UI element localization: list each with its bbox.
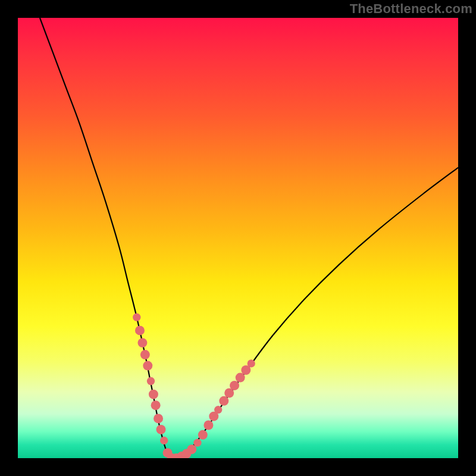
plot-area: [18, 18, 458, 458]
curve-marker: [203, 421, 213, 430]
curve-marker: [151, 400, 161, 410]
curve-marker: [214, 406, 222, 414]
curve-marker: [219, 396, 228, 406]
curve-marker: [143, 361, 152, 371]
curve-marker: [248, 359, 255, 367]
curve-marker: [149, 390, 158, 399]
curve-marker: [147, 377, 155, 385]
curve-marker: [156, 425, 166, 434]
curve-marker: [137, 338, 147, 347]
curve-marker: [133, 314, 140, 321]
curve-layer: [18, 18, 458, 458]
curve-marker: [140, 350, 150, 359]
bottleneck-curve: [40, 18, 458, 458]
curve-marker: [198, 430, 208, 440]
curve-marker: [160, 437, 168, 444]
curve-marker: [230, 381, 239, 390]
curve-marker: [187, 444, 196, 454]
watermark-text: TheBottleneck.com: [350, 1, 472, 17]
chart-frame: TheBottleneck.com: [0, 0, 476, 476]
curve-marker: [236, 373, 245, 383]
curve-marker: [154, 414, 163, 423]
curve-marker: [193, 439, 201, 446]
curve-marker: [135, 325, 145, 335]
